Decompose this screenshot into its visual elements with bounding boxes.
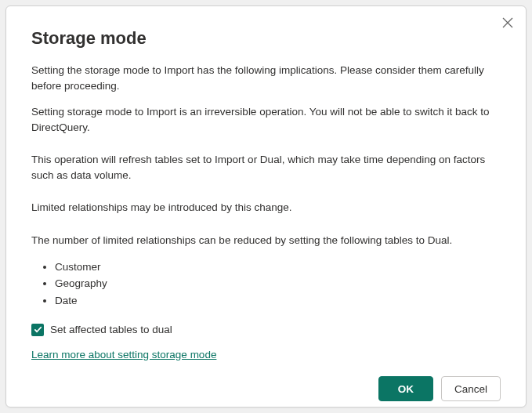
intro-paragraph: Setting the storage mode to Import has t…: [31, 63, 501, 93]
checkbox-row: Set affected tables to dual: [31, 322, 501, 338]
dialog-footer: OK Cancel: [31, 376, 501, 401]
dialog-title: Storage mode: [31, 28, 501, 49]
set-dual-checkbox[interactable]: [31, 324, 44, 336]
refresh-paragraph: This operation will refresh tables set t…: [31, 152, 501, 183]
storage-mode-dialog: Storage mode Setting the storage mode to…: [5, 5, 527, 408]
close-icon: [502, 17, 513, 28]
dialog-body: Setting the storage mode to Import has t…: [31, 63, 501, 362]
close-button[interactable]: [501, 16, 515, 30]
reduce-paragraph: The number of limited relationships can …: [31, 233, 501, 248]
ok-button[interactable]: OK: [378, 376, 433, 401]
checkbox-label: Set affected tables to dual: [50, 322, 172, 338]
checkmark-icon: [34, 325, 42, 334]
list-item: Date: [55, 293, 501, 309]
list-item: Geography: [55, 276, 501, 292]
tables-list: Customer Geography Date: [31, 259, 501, 309]
limited-paragraph: Limited relationships may be introduced …: [31, 200, 501, 216]
cancel-button[interactable]: Cancel: [441, 376, 501, 401]
irreversible-paragraph: Setting storage mode to Import is an irr…: [31, 104, 501, 135]
list-item: Customer: [55, 259, 501, 275]
learn-more-link[interactable]: Learn more about setting storage mode: [31, 347, 216, 363]
